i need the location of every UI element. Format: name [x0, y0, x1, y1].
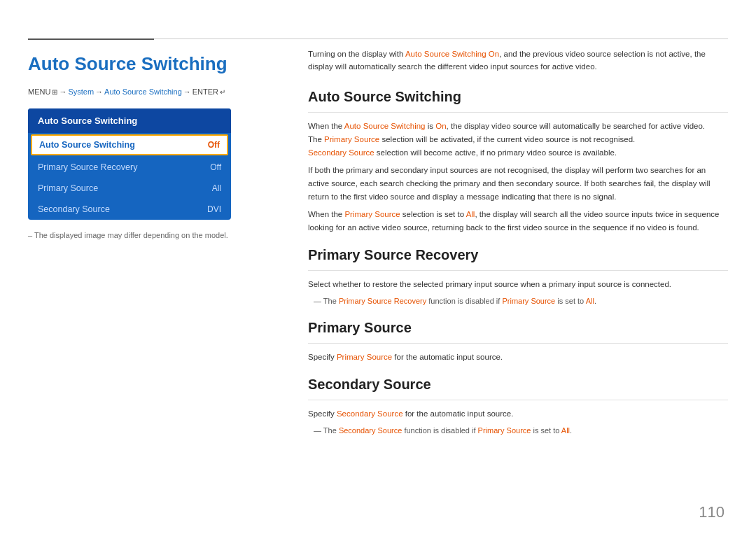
- menu-panel-header: Auto Source Switching: [28, 108, 231, 133]
- menu-item-value: DVI: [207, 204, 221, 214]
- section-primary-recovery: Primary Source Recovery Select whether t…: [308, 247, 728, 307]
- breadcrumb-menu-icon: ⊞: [52, 88, 57, 96]
- menu-item-label: Auto Source Switching: [39, 140, 135, 150]
- breadcrumb-system: System: [68, 87, 94, 96]
- menu-item-auto-source-switching[interactable]: Auto Source Switching Off: [31, 134, 228, 155]
- section-title-auto-source: Auto Source Switching: [308, 89, 728, 105]
- breadcrumb-auto-source: Auto Source Switching: [104, 87, 182, 96]
- right-column: Turning on the display with Auto Source …: [308, 48, 728, 449]
- page-title: Auto Source Switching: [28, 53, 280, 75]
- page-number: 110: [699, 503, 724, 521]
- menu-item-label: Primary Source Recovery: [38, 162, 137, 172]
- section-title-secondary-source: Secondary Source: [308, 377, 728, 393]
- menu-item-primary-recovery[interactable]: Primary Source Recovery Off: [28, 157, 231, 178]
- section-title-primary-recovery: Primary Source Recovery: [308, 247, 728, 263]
- breadcrumb-menu: MENU: [28, 87, 50, 96]
- section-secondary-source: Secondary Source Specify Secondary Sourc…: [308, 377, 728, 437]
- section-divider: [308, 400, 728, 400]
- intro-paragraph: Turning on the display with Auto Source …: [308, 48, 728, 73]
- menu-item-value: Off: [210, 162, 221, 172]
- model-note: – The displayed image may differ dependi…: [28, 231, 280, 239]
- menu-panel: Auto Source Switching Auto Source Switch…: [28, 108, 231, 220]
- section-body-secondary-source: Specify Secondary Source for the automat…: [308, 407, 728, 437]
- menu-item-value: All: [212, 183, 221, 193]
- breadcrumb-arrow3: →: [183, 87, 191, 96]
- menu-item-secondary-source[interactable]: Secondary Source DVI: [28, 199, 231, 220]
- menu-item-label: Secondary Source: [38, 204, 110, 214]
- menu-item-value: Off: [208, 140, 220, 150]
- breadcrumb-enter-icon: ↵: [220, 88, 225, 96]
- section-divider: [308, 270, 728, 271]
- breadcrumb-arrow1: →: [59, 87, 66, 96]
- breadcrumb: MENU ⊞ → System → Auto Source Switching …: [28, 87, 280, 96]
- section-body-primary-source: Specify Primary Source for the automatic…: [308, 351, 728, 364]
- section-divider: [308, 343, 728, 344]
- intro-highlight: Auto Source Switching On: [405, 50, 499, 58]
- section-body-primary-recovery: Select whether to restore the selected p…: [308, 278, 728, 307]
- menu-item-primary-source[interactable]: Primary Source All: [28, 178, 231, 199]
- section-body-auto-source: When the Auto Source Switching is On, th…: [308, 120, 728, 234]
- section-divider: [308, 112, 728, 113]
- section-auto-source-switching: Auto Source Switching When the Auto Sour…: [308, 89, 728, 234]
- top-accent-rule: [28, 38, 154, 40]
- breadcrumb-arrow2: →: [95, 87, 103, 96]
- breadcrumb-enter: ENTER: [192, 87, 218, 96]
- menu-item-label: Primary Source: [38, 183, 98, 193]
- left-column: Auto Source Switching MENU ⊞ → System → …: [28, 48, 280, 239]
- section-primary-source: Primary Source Specify Primary Source fo…: [308, 320, 728, 364]
- section-title-primary-source: Primary Source: [308, 320, 728, 336]
